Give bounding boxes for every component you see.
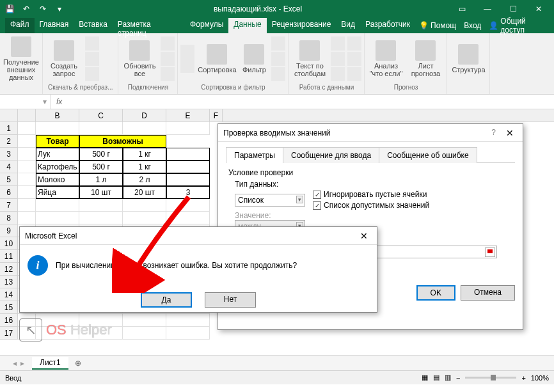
- cell[interactable]: [18, 212, 36, 224]
- tab-error-alert[interactable]: Сообщение об ошибке: [379, 147, 477, 163]
- cell[interactable]: Картофель: [36, 161, 79, 173]
- view-normal-icon[interactable]: ▦: [422, 373, 428, 382]
- cell[interactable]: [18, 161, 36, 173]
- cell[interactable]: [166, 314, 210, 327]
- tab-data[interactable]: Данные: [228, 18, 266, 33]
- no-button[interactable]: Нет: [205, 292, 256, 308]
- cell[interactable]: 2 л: [123, 173, 166, 186]
- zoom-out-icon[interactable]: −: [456, 374, 460, 382]
- tab-page-layout[interactable]: Разметка страниц: [113, 18, 185, 33]
- row-header[interactable]: 12: [0, 263, 18, 276]
- redo-icon[interactable]: ↷: [36, 2, 50, 16]
- from-table-icon[interactable]: [85, 52, 99, 66]
- cell[interactable]: Яйца: [36, 186, 79, 199]
- cell[interactable]: Товар: [36, 135, 79, 148]
- ok-button[interactable]: OK: [416, 285, 455, 301]
- row-header[interactable]: 16: [0, 314, 18, 327]
- data-model-icon[interactable]: [347, 67, 361, 81]
- save-icon[interactable]: 💾: [3, 2, 17, 16]
- row-header[interactable]: 17: [0, 327, 18, 340]
- reapply-icon[interactable]: [271, 52, 285, 66]
- tab-input-message[interactable]: Сообщение для ввода: [283, 147, 379, 163]
- view-page-icon[interactable]: ▤: [433, 373, 439, 382]
- cell[interactable]: [123, 212, 166, 224]
- cell[interactable]: [166, 212, 210, 224]
- cell[interactable]: [79, 199, 123, 212]
- consolidate-icon[interactable]: [347, 36, 361, 51]
- tab-parameters[interactable]: Параметры: [226, 147, 283, 163]
- row-header[interactable]: 2: [0, 135, 18, 148]
- tab-review[interactable]: Рецензирование: [267, 18, 336, 33]
- text-to-columns-button[interactable]: Текст по столбцам: [291, 39, 328, 79]
- row-header[interactable]: 5: [0, 173, 18, 186]
- cell[interactable]: 3: [166, 186, 210, 199]
- row-header[interactable]: 9: [0, 224, 18, 237]
- ribbon-options-icon[interactable]: ▭: [449, 0, 475, 18]
- cell[interactable]: [18, 122, 36, 135]
- tab-nav-prev-icon[interactable]: ◂: [13, 359, 17, 368]
- refresh-all-button[interactable]: Обновить все: [121, 39, 158, 79]
- row-header[interactable]: 11: [0, 250, 18, 263]
- row-header[interactable]: 7: [0, 199, 18, 212]
- ignore-blank-checkbox[interactable]: ✓Игнорировать пустые ячейки: [313, 190, 429, 199]
- row-header[interactable]: 14: [0, 288, 18, 301]
- cell[interactable]: 20 шт: [123, 186, 166, 199]
- filter-button[interactable]: Фильтр: [239, 43, 269, 75]
- type-dropdown[interactable]: Список: [235, 194, 305, 207]
- col-header[interactable]: B: [36, 109, 79, 122]
- cell[interactable]: [166, 327, 210, 340]
- close-icon[interactable]: ✕: [356, 231, 372, 241]
- cell[interactable]: Возможны: [79, 135, 166, 148]
- zoom-in-icon[interactable]: +: [521, 374, 525, 382]
- sort-asc-icon[interactable]: [180, 45, 194, 59]
- cell[interactable]: Молоко: [36, 173, 79, 186]
- help-icon[interactable]: ?: [491, 128, 496, 138]
- cell[interactable]: [36, 199, 79, 212]
- tab-home[interactable]: Главная: [35, 18, 74, 33]
- cell[interactable]: [18, 135, 36, 148]
- col-header[interactable]: C: [79, 109, 123, 122]
- new-query-button[interactable]: Создать запрос: [45, 39, 83, 79]
- flash-fill-icon[interactable]: [331, 36, 345, 51]
- share-button[interactable]: 👤Общий доступ: [485, 18, 554, 33]
- data-validation-icon[interactable]: [331, 67, 345, 81]
- cell[interactable]: [166, 161, 210, 173]
- tab-insert[interactable]: Вставка: [74, 18, 113, 33]
- incell-dropdown-checkbox[interactable]: ✓Список допустимых значений: [313, 201, 429, 210]
- tab-nav-next-icon[interactable]: ▸: [20, 359, 24, 368]
- row-header[interactable]: 4: [0, 161, 18, 173]
- advanced-filter-icon[interactable]: [271, 67, 285, 81]
- col-header[interactable]: E: [166, 109, 210, 122]
- row-header[interactable]: 13: [0, 276, 18, 288]
- tab-view[interactable]: Вид: [336, 18, 360, 33]
- row-header[interactable]: 6: [0, 186, 18, 199]
- cell[interactable]: [18, 186, 36, 199]
- undo-icon[interactable]: ↶: [19, 2, 33, 16]
- cell[interactable]: [79, 122, 123, 135]
- outline-button[interactable]: Структура: [450, 43, 487, 75]
- fx-icon[interactable]: fx: [51, 97, 67, 106]
- select-all-corner[interactable]: [0, 109, 18, 122]
- show-queries-icon[interactable]: [85, 36, 99, 51]
- whatif-button[interactable]: Анализ "что если": [367, 39, 404, 79]
- col-header[interactable]: F: [210, 109, 223, 122]
- cell[interactable]: [36, 122, 79, 135]
- cell[interactable]: [79, 212, 123, 224]
- row-header[interactable]: 10: [0, 237, 18, 250]
- cell[interactable]: [166, 122, 210, 135]
- tell-me[interactable]: 💡Помощ: [415, 18, 460, 33]
- minimize-icon[interactable]: —: [475, 0, 500, 18]
- cell[interactable]: 10 шт: [79, 186, 123, 199]
- clear-filter-icon[interactable]: [271, 36, 285, 51]
- sort-button[interactable]: Сортировка: [197, 43, 237, 75]
- zoom-slider[interactable]: [465, 377, 516, 379]
- cell[interactable]: [18, 148, 36, 161]
- properties-icon[interactable]: [161, 52, 175, 66]
- cell[interactable]: 500 г: [79, 148, 123, 161]
- tab-formulas[interactable]: Формулы: [185, 18, 228, 33]
- sheet-tab[interactable]: Лист1: [32, 357, 68, 370]
- cell[interactable]: [166, 199, 210, 212]
- cancel-button[interactable]: Отмена: [461, 285, 515, 301]
- close-icon[interactable]: ✕: [502, 128, 518, 138]
- cell[interactable]: [166, 148, 210, 161]
